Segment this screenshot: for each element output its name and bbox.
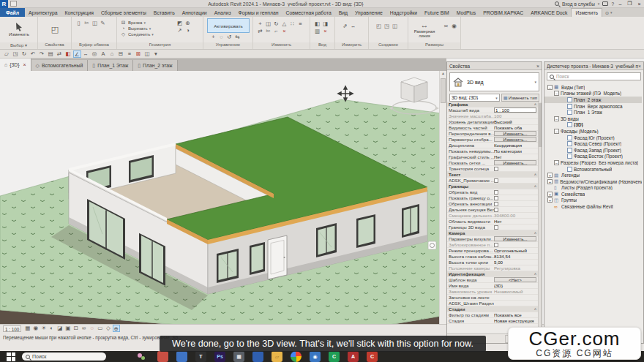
browser-tree-item[interactable]: −Планы этажей (ПЭ_Модель) bbox=[544, 91, 642, 97]
view-tab-3[interactable]: ▯План_2 этаж bbox=[133, 60, 177, 71]
property-value[interactable]: По категории bbox=[494, 148, 536, 154]
create-group-icon[interactable]: ◰ bbox=[375, 23, 383, 30]
property-value-input[interactable]: 1 : 100 bbox=[494, 108, 536, 113]
render-icon[interactable]: ◪ bbox=[56, 325, 64, 332]
reveal-hidden-icon[interactable]: ◌ bbox=[89, 325, 96, 332]
ribbon-tab-11[interactable]: Надстройки bbox=[386, 8, 421, 17]
move-icon[interactable]: + bbox=[257, 20, 264, 28]
view-tab-close-icon[interactable]: × bbox=[23, 62, 26, 67]
browser-tree-item[interactable]: +▥Ведомости/Спецификации (Назначение вид… bbox=[544, 178, 642, 185]
tree-expander-icon[interactable]: − bbox=[554, 129, 559, 134]
property-checkbox[interactable] bbox=[494, 196, 498, 200]
properties-title-bar[interactable]: Свойства × bbox=[447, 62, 542, 70]
properties-section-header[interactable]: Текст^ bbox=[447, 172, 538, 178]
drawing-canvas[interactable] bbox=[0, 71, 446, 324]
browser-tree-item[interactable]: +◫Группы bbox=[544, 197, 642, 204]
browser-tree-item[interactable]: План_2 этаж bbox=[544, 97, 642, 103]
crop-view-icon[interactable]: ▣ bbox=[64, 325, 72, 332]
wall-joins-icon[interactable]: ◩ bbox=[176, 20, 184, 27]
default-3d-view-icon[interactable]: ⌂ bbox=[108, 50, 116, 58]
geometry-item[interactable]: ⊟Врезка▾ bbox=[120, 20, 173, 26]
panel-label-view[interactable]: Вид bbox=[310, 42, 334, 49]
properties-section-header[interactable]: Стадии^ bbox=[447, 306, 538, 312]
ribbon-tab-1[interactable]: Архитектура bbox=[25, 8, 61, 17]
ribbon-tab-9[interactable]: Вид bbox=[335, 8, 351, 17]
property-value[interactable]: 8134,54 bbox=[494, 254, 536, 259]
override-icon[interactable]: ▥ bbox=[314, 28, 321, 35]
qat-customize-icon[interactable]: ▾ bbox=[152, 50, 160, 58]
view-tab-2[interactable]: ▯План_1 Этаж bbox=[88, 60, 133, 71]
property-value[interactable]: Показать все bbox=[494, 312, 536, 317]
print-icon[interactable]: ▤ bbox=[47, 50, 55, 58]
taskbar-search-input[interactable]: Поиск bbox=[22, 352, 106, 361]
property-value[interactable]: Показать оба bbox=[494, 125, 536, 130]
taskbar-app-folder[interactable]: ▱ bbox=[272, 351, 282, 362]
close-red-icon[interactable]: × bbox=[322, 28, 329, 35]
trim-icon[interactable]: ⌐ bbox=[273, 28, 280, 35]
browser-close-icon[interactable]: × bbox=[638, 64, 641, 69]
browser-tree-item[interactable]: −Фасады (Модель) bbox=[544, 128, 642, 135]
panel-label-select[interactable]: Выбор ▾ bbox=[0, 42, 37, 49]
taskbar-app-dark-t[interactable]: T bbox=[195, 351, 206, 362]
taskbar-app-blue2[interactable] bbox=[252, 351, 263, 362]
browser-tree-item[interactable]: +▤Легенды bbox=[544, 172, 642, 178]
ribbon-tab-14[interactable]: PROBIM.КАРКАС bbox=[479, 8, 527, 17]
customize-qat-icon[interactable] bbox=[10, 1, 17, 7]
taskbar-app-c-red[interactable]: C bbox=[367, 351, 378, 362]
canvas-scrollbar[interactable]: ▲ bbox=[439, 71, 446, 324]
property-edit-button[interactable]: Изменить... bbox=[494, 137, 536, 142]
browser-tree-item[interactable]: −3D виды bbox=[544, 116, 642, 122]
property-checkbox[interactable] bbox=[494, 190, 498, 195]
start-button[interactable] bbox=[7, 352, 15, 361]
section-icon[interactable]: ⊟ bbox=[117, 50, 125, 58]
steering-wheel-icon[interactable] bbox=[428, 241, 436, 249]
browser-tree-item[interactable]: Фасад Восток (Проект) bbox=[544, 154, 642, 160]
tree-expander-icon[interactable]: − bbox=[554, 116, 559, 121]
thin-lines-icon[interactable]: ≡ bbox=[126, 50, 134, 58]
align-icon[interactable]: ≡ bbox=[297, 20, 304, 28]
view-scale-button[interactable]: 1 : 100 bbox=[3, 325, 21, 332]
property-value[interactable]: Новая конструкция bbox=[494, 318, 536, 323]
aligned-dimension-button[interactable]: ↔ Размерная линия bbox=[410, 18, 439, 40]
browser-tree-item[interactable]: −▦Виды (Тип) bbox=[544, 84, 642, 91]
measure-between-icon[interactable]: ⇗ bbox=[342, 23, 349, 30]
properties-button[interactable]: ◰ bbox=[44, 18, 66, 40]
copy-icon[interactable]: ◫ bbox=[91, 20, 99, 27]
taskbar-app-photoshop[interactable]: Ps bbox=[214, 351, 225, 362]
tree-expander-icon[interactable]: + bbox=[547, 192, 553, 197]
delete-icon[interactable]: × bbox=[281, 28, 288, 35]
instance-combo[interactable]: 3D вид: {3D}▾ bbox=[449, 94, 500, 102]
browser-tree-item[interactable]: План_Верх армопояса bbox=[544, 103, 642, 110]
activate-button[interactable]: Активировать bbox=[207, 18, 250, 33]
panel-label-create[interactable]: Создание bbox=[369, 42, 408, 49]
properties-section-header[interactable]: Границы^ bbox=[447, 184, 538, 189]
signin-label[interactable]: Вход в службы bbox=[562, 1, 595, 7]
demolish-icon[interactable]: ↗ bbox=[176, 27, 184, 34]
modify-selector[interactable]: ⊙▾ bbox=[605, 8, 613, 17]
save-icon[interactable]: ◳ bbox=[12, 50, 20, 58]
ribbon-tab-0[interactable]: Файл bbox=[0, 8, 25, 17]
panel-label-modify[interactable]: Изменить bbox=[253, 42, 310, 49]
type-selector[interactable]: 3D вид ▾ bbox=[449, 72, 539, 91]
ribbon-tab-15[interactable]: ARKANCE Dock bbox=[527, 8, 571, 17]
panel-label-measure[interactable]: Измерить bbox=[335, 42, 368, 49]
help-icon[interactable]: ? bbox=[611, 1, 614, 7]
visual-style-icon[interactable]: ◉ bbox=[32, 325, 40, 332]
browser-tree-item[interactable]: ∞Связанные файлы Revit bbox=[544, 203, 642, 210]
property-value[interactable]: Нет bbox=[494, 154, 536, 159]
panel-label-properties[interactable]: Свойства bbox=[38, 42, 71, 49]
copy-element-icon[interactable]: ◫ bbox=[265, 20, 272, 28]
detail-level-icon[interactable]: ▦ bbox=[24, 325, 31, 332]
browser-tree-item[interactable]: −Разрезы (Разрез_Без номера листа) bbox=[544, 159, 642, 166]
browser-search-input[interactable]: Поиск bbox=[547, 72, 641, 80]
close-hidden-icon[interactable]: ⊠ bbox=[135, 50, 143, 58]
paint-icon[interactable]: ◑ bbox=[184, 27, 192, 34]
swap-icon[interactable]: ⇆ bbox=[234, 34, 242, 41]
property-edit-button[interactable]: Изменить... bbox=[494, 131, 536, 136]
view-tab-1[interactable]: ◇Вспомогательный bbox=[31, 60, 89, 71]
property-edit-button[interactable]: <Нет> bbox=[494, 277, 536, 282]
search-icon[interactable] bbox=[555, 1, 559, 6]
property-edit-button[interactable]: Изменить... bbox=[494, 236, 536, 241]
browser-tree-item[interactable]: План_1 Этаж bbox=[544, 109, 642, 116]
paint-qat-icon[interactable]: ◧ bbox=[64, 50, 72, 58]
